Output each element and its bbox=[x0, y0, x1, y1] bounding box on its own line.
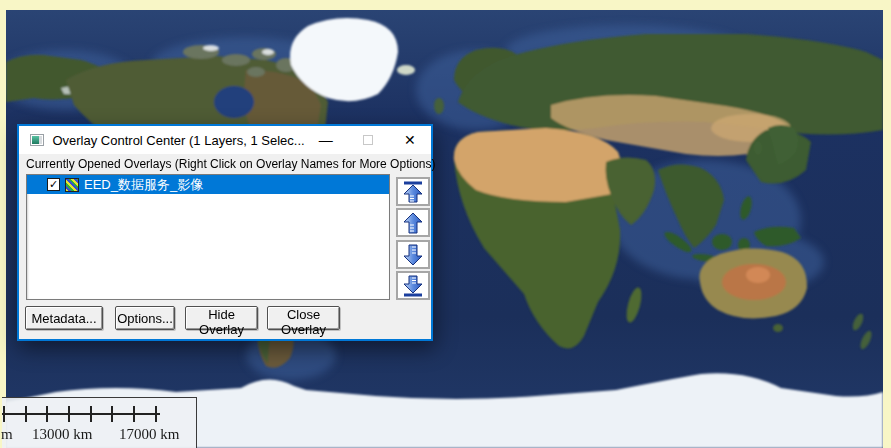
layers-window-icon bbox=[30, 134, 44, 146]
options-button[interactable]: Options... bbox=[115, 306, 175, 330]
overlay-list-item[interactable]: ✓ EED_数据服务_影像 bbox=[27, 175, 389, 194]
overlay-control-center-dialog: Overlay Control Center (1 Layers, 1 Sele… bbox=[17, 124, 433, 341]
overlay-list[interactable]: ✓ EED_数据服务_影像 bbox=[26, 174, 390, 300]
dialog-title: Overlay Control Center (1 Layers, 1 Sele… bbox=[52, 133, 304, 148]
maximize-button bbox=[347, 126, 389, 154]
overlay-list-label: Currently Opened Overlays (Right Click o… bbox=[26, 157, 435, 171]
arrow-up-icon bbox=[403, 212, 423, 234]
minimize-button[interactable]: — bbox=[305, 126, 347, 154]
move-layer-to-top-button[interactable] bbox=[396, 177, 430, 206]
scale-line bbox=[2, 413, 160, 415]
maximize-icon bbox=[363, 135, 373, 145]
scale-label-13000km: 13000 km bbox=[32, 426, 92, 443]
hide-overlay-button[interactable]: Hide Overlay bbox=[185, 306, 258, 330]
scale-label-truncated: m bbox=[1, 426, 13, 443]
move-layer-down-button[interactable] bbox=[396, 240, 430, 269]
layer-visibility-checkbox[interactable]: ✓ bbox=[47, 178, 60, 191]
move-layer-to-bottom-button[interactable] bbox=[396, 271, 430, 300]
close-overlay-button[interactable]: Close Overlay bbox=[267, 306, 340, 330]
layer-name: EED_数据服务_影像 bbox=[84, 176, 203, 194]
move-layer-up-button[interactable] bbox=[396, 208, 430, 237]
arrow-up-bar-icon bbox=[403, 181, 423, 203]
metadata-button[interactable]: Metadata... bbox=[25, 306, 103, 330]
layer-thumbnail-icon bbox=[65, 178, 79, 192]
map-scale-bar: m 13000 km 17000 km bbox=[2, 397, 197, 448]
close-button[interactable]: ✕ bbox=[389, 126, 431, 154]
arrow-down-icon bbox=[403, 244, 423, 266]
scale-label-17000km: 17000 km bbox=[119, 426, 179, 443]
arrow-down-bar-icon bbox=[403, 275, 423, 297]
dialog-titlebar[interactable]: Overlay Control Center (1 Layers, 1 Sele… bbox=[19, 126, 431, 154]
